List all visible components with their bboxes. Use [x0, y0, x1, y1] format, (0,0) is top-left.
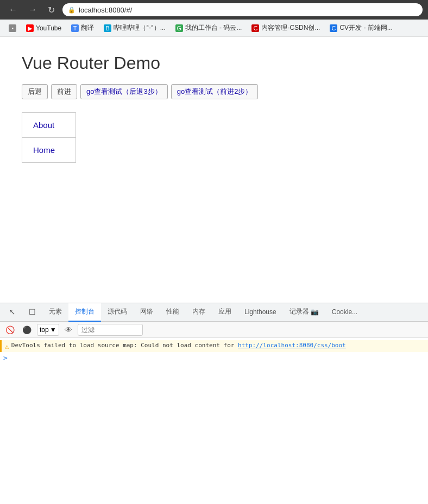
warning-text-prefix: DevTools failed to load source map: Coul… [11, 342, 238, 349]
translate-icon: T [71, 24, 79, 32]
page-area: Vue Router Demo 后退 前进 go查看测试（后退3步） go查看测… [0, 37, 428, 303]
devtools-tab-memory[interactable]: 内存 [186, 303, 212, 322]
cookie-label: Cookie... [332, 308, 357, 316]
csdn-icon: C [251, 24, 259, 32]
cv-icon: C [330, 24, 337, 32]
devtools-toolbar: 🚫 ⚫ top ▼ 👁 [0, 322, 428, 338]
lock-icon: 🔒 [68, 7, 75, 14]
top-dropdown[interactable]: top ▼ [37, 324, 59, 336]
bookmark-gwork[interactable]: G 我的工作台 - 码云... [171, 22, 247, 34]
go-back-3-button[interactable]: go查看测试（后退3步） [80, 84, 168, 99]
devtools-tab-elements[interactable]: 元素 [42, 303, 68, 322]
console-prompt[interactable]: > [0, 352, 428, 363]
nav-buttons: 后退 前进 go查看测试（后退3步） go查看测试（前进2步） [22, 84, 406, 99]
devtools-panel: ↖ ☐ 元素 控制台 源代码 网络 性能 内存 应用 Lighthouse 记录 [0, 303, 428, 504]
sources-label: 源代码 [108, 307, 127, 316]
bookmark-apps[interactable]: ▪ [4, 23, 21, 34]
go-forward-2-button[interactable]: go查看测试（前进2步） [171, 84, 259, 99]
url-text: localhost:8080/#/ [79, 6, 132, 14]
forward-nav-button[interactable]: 前进 [51, 84, 77, 99]
devtools-tab-recorder[interactable]: 记录器 📷 [283, 303, 325, 322]
performance-label: 性能 [166, 307, 179, 316]
top-label: top [40, 326, 49, 334]
recorder-icon: 📷 [311, 308, 319, 316]
gwork-icon: G [175, 24, 183, 32]
youtube-icon: ▶ [26, 24, 34, 32]
bookmark-bilibili[interactable]: B 哔哩哔哩（°-°）... [99, 22, 170, 34]
bookmark-youtube-label: YouTube [36, 24, 61, 32]
devtools-tab-performance[interactable]: 性能 [160, 303, 186, 322]
reload-button[interactable]: ↻ [45, 4, 58, 16]
application-label: 应用 [218, 307, 231, 316]
devtools-tab-inspector[interactable]: ☐ [22, 303, 42, 322]
warning-icon: ⚠ [5, 342, 9, 350]
devtools-tab-cookie[interactable]: Cookie... [325, 303, 364, 322]
apps-icon: ▪ [9, 24, 16, 32]
memory-label: 内存 [192, 307, 205, 316]
prompt-chevron-icon: > [3, 354, 8, 362]
devtools-tab-sources[interactable]: 源代码 [101, 303, 134, 322]
back-nav-button[interactable]: 后退 [22, 84, 48, 99]
router-link-about[interactable]: About [22, 113, 75, 138]
eye-button[interactable]: 👁 [62, 324, 74, 335]
recorder-label: 记录器 [289, 307, 309, 316]
back-button[interactable]: ← [5, 4, 21, 16]
devtools-tab-lighthouse[interactable]: Lighthouse [238, 303, 283, 322]
elements-label: 元素 [49, 307, 62, 316]
devtools-tab-application[interactable]: 应用 [212, 303, 238, 322]
devtools-tab-network[interactable]: 网络 [134, 303, 160, 322]
bookmark-bilibili-label: 哔哩哔哩（°-°）... [114, 23, 166, 33]
bookmark-csdn-label: 内容管理-CSDN创... [261, 23, 320, 33]
stop-button[interactable]: ⚫ [20, 324, 34, 335]
console-content: ⚠ DevTools failed to load source map: Co… [0, 338, 428, 366]
bookmark-cv-label: CV开发 - 前端网... [339, 23, 392, 33]
clear-console-button[interactable]: 🚫 [3, 324, 17, 335]
bookmark-translate-label: 翻译 [81, 23, 94, 33]
pointer-icon: ↖ [9, 307, 16, 317]
bookmark-cv[interactable]: C CV开发 - 前端网... [325, 22, 396, 34]
router-nav: About Home [22, 112, 76, 163]
eye-icon: 👁 [65, 326, 72, 334]
page-title: Vue Router Demo [22, 53, 406, 73]
console-warning-message: ⚠ DevTools failed to load source map: Co… [0, 340, 428, 352]
console-warning-link[interactable]: http://localhost:8080/css/boot [238, 342, 346, 349]
filter-input[interactable] [78, 324, 143, 336]
bookmark-csdn[interactable]: C 内容管理-CSDN创... [247, 22, 324, 34]
devtools-tabs: ↖ ☐ 元素 控制台 源代码 网络 性能 内存 应用 Lighthouse 记录 [0, 303, 428, 322]
bookmark-translate[interactable]: T 翻译 [67, 22, 98, 34]
bookmark-youtube[interactable]: ▶ YouTube [22, 23, 66, 34]
bookmark-gwork-label: 我的工作台 - 码云... [185, 23, 242, 33]
browser-toolbar: ← → ↻ 🔒 localhost:8080/#/ [0, 0, 428, 20]
bilibili-icon: B [104, 24, 111, 32]
devtools-tab-console[interactable]: 控制台 [68, 303, 101, 322]
inspector-icon: ☐ [29, 308, 36, 316]
devtools-tab-pointer[interactable]: ↖ [2, 303, 22, 322]
console-warning-text: DevTools failed to load source map: Coul… [11, 342, 346, 349]
address-bar[interactable]: 🔒 localhost:8080/#/ [62, 3, 423, 16]
lighthouse-label: Lighthouse [244, 308, 276, 316]
dropdown-arrow-icon: ▼ [50, 326, 56, 334]
network-label: 网络 [140, 307, 153, 316]
router-link-home[interactable]: Home [22, 138, 75, 162]
bookmarks-bar: ▪ ▶ YouTube T 翻译 B 哔哩哔哩（°-°）... G 我的工作台 … [0, 20, 428, 37]
forward-button[interactable]: → [25, 4, 40, 16]
console-label: 控制台 [75, 307, 95, 316]
